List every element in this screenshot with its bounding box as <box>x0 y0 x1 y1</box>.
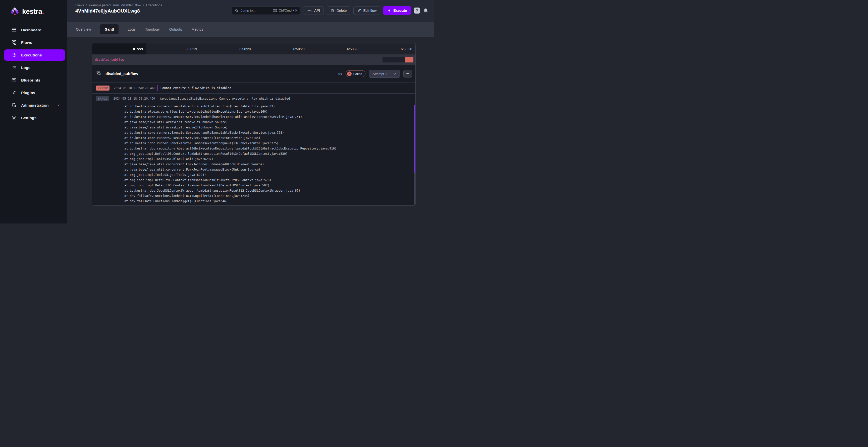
timeline-tick: 6:50:20 <box>362 43 415 55</box>
task-name: disabled_subflow <box>105 71 138 76</box>
stack-trace-line: at io.kestra.core.runners.ExecutorServic… <box>124 130 411 135</box>
error-message-highlighted: Cannot execute a flow which is disabled <box>157 85 234 91</box>
stack-trace-line: at io.kestra.plugin.core.flow.Subflow.cr… <box>124 109 411 114</box>
sidebar-nav: Dashboard Flows Executions Logs <box>0 24 67 124</box>
gantt-timeline-header: 0.55s 6:50:19 6:50:20 6:50:20 6:50:20 6:… <box>92 43 415 55</box>
sidebar-item-executions[interactable]: Executions <box>4 49 65 61</box>
search-icon <box>235 8 239 12</box>
log-scrollbar-track[interactable] <box>414 105 415 205</box>
tab-gantt[interactable]: Gantt <box>100 24 119 34</box>
trace-log-row: TRACE 2024-05-18 18:50:20.460 java.lang.… <box>96 96 411 101</box>
failed-x-icon: ✕ <box>347 71 352 76</box>
stack-trace-line: at io.kestra.jdbc.runner.JdbcExecutor.la… <box>124 141 411 146</box>
chevron-right-icon <box>57 103 61 108</box>
notifications-bell-icon[interactable] <box>423 8 429 13</box>
trace-timestamp: 2024-05-18 18:50:20.460 <box>113 97 155 100</box>
sidebar-item-label: Settings <box>21 116 36 120</box>
plugins-icon <box>11 90 17 96</box>
task-more-button[interactable]: ••• <box>403 70 412 77</box>
execute-button-label: Execute <box>393 8 407 12</box>
stack-trace-line: at io.kestra.core.runners.ExecutorServic… <box>124 135 411 141</box>
stack-trace-line: at dev.failsafe.Functions.lambda$toCtxSu… <box>124 194 411 199</box>
delete-button-label: Delete <box>337 8 347 12</box>
stack-trace-line: at java.base/java.util.concurrent.ForkJo… <box>124 162 411 167</box>
breadcrumb-separator: / <box>143 3 144 7</box>
timeline-ticks: 6:50:19 6:50:20 6:50:20 6:50:20 6:50:20 <box>147 43 415 55</box>
stack-trace-line: at org.jooq.impl.DefaultDSLContext.trans… <box>124 183 411 188</box>
delete-button[interactable]: Delete <box>327 6 350 15</box>
stack-trace-line: at java.base/java.util.ArrayList.removeI… <box>124 125 411 130</box>
kestra-app: kestra. Dashboard Flows Executions <box>0 0 434 224</box>
tab-outputs[interactable]: Outputs <box>169 24 183 34</box>
keyboard-icon <box>273 8 277 12</box>
task-header-controls: 0s ✕ Failed Attempt 1 ••• <box>338 70 412 78</box>
execution-tabs: Overview Gantt Logs Topology Outputs Met… <box>67 22 434 37</box>
trace-level-badge: TRACE <box>96 96 109 101</box>
api-chip-icon: API <box>307 9 312 12</box>
search-input[interactable] <box>241 8 271 12</box>
sidebar-item-label: Executions <box>21 53 42 58</box>
stack-trace-line: at io.kestra.jdbc.JooqDSLContextWrapper.… <box>124 188 411 194</box>
status-badge: ✕ Failed <box>346 70 366 77</box>
sidebar-item-administration[interactable]: Administration <box>4 100 65 111</box>
stack-trace-line: at dev.failsafe.Functions.lambda$get$0(F… <box>124 199 411 204</box>
gantt-bar[interactable] <box>382 57 413 63</box>
sidebar-item-label: Logs <box>21 66 30 70</box>
breadcrumb-executions[interactable]: Executions <box>146 3 162 7</box>
sidebar-item-label: Blueprints <box>21 78 40 82</box>
pencil-icon <box>357 8 361 12</box>
chevron-down-icon <box>393 72 396 75</box>
tab-overview[interactable]: Overview <box>75 24 91 34</box>
gantt-task-row[interactable]: disabled_subflow <box>92 55 415 65</box>
task-logs-section: disabled_subflow 0s ✕ Failed Attempt 1 <box>92 65 415 205</box>
sidebar-item-dashboard[interactable]: Dashboard <box>4 24 65 36</box>
blueprints-icon <box>11 77 17 83</box>
sidebar-item-logs[interactable]: Logs <box>4 62 65 73</box>
timeline-tick: 6:50:19 <box>147 43 200 55</box>
task-duration: 0s <box>338 72 342 76</box>
tab-logs[interactable]: Logs <box>127 24 136 34</box>
execute-button[interactable]: Execute <box>383 6 411 15</box>
sidebar-item-settings[interactable]: Settings <box>4 112 65 124</box>
attempt-dropdown[interactable]: Attempt 1 <box>369 70 400 78</box>
stack-trace-line: at io.kestra.jdbc.repository.AbstractJdb… <box>124 146 411 151</box>
administration-shield-icon <box>11 103 17 108</box>
api-button[interactable]: API API <box>303 6 323 15</box>
subflow-icon <box>96 70 102 77</box>
sidebar-item-flows[interactable]: Flows <box>4 37 65 48</box>
gantt-panel: 0.55s 6:50:19 6:50:20 6:50:20 6:50:20 6:… <box>92 43 416 206</box>
tab-metrics[interactable]: Metrics <box>191 24 204 34</box>
stack-trace-line: at java.base/java.util.concurrent.ForkJo… <box>124 167 411 172</box>
help-icon[interactable]: ? <box>414 7 420 13</box>
error-timestamp: 2024-05-18 18:50:20.460 <box>114 86 155 90</box>
stack-trace-line: at org.jooq.impl.Tools$3.get(Tools.java:… <box>124 172 411 178</box>
stack-trace-line: at java.base/java.util.ArrayList.removeI… <box>124 119 411 125</box>
content-area: 0.55s 6:50:19 6:50:20 6:50:20 6:50:20 6:… <box>67 37 434 224</box>
top-header: Flows / example.parent_runs_disabled_flo… <box>67 0 434 22</box>
edit-flow-button[interactable]: Edit flow <box>353 6 380 15</box>
keyboard-shortcut: Ctrl/Cmd + K <box>273 8 298 12</box>
kestra-logo[interactable]: kestra. <box>0 5 67 23</box>
edit-flow-button-label: Edit flow <box>363 8 376 12</box>
sidebar-item-label: Administration <box>21 103 49 108</box>
log-scrollbar-thumb[interactable] <box>414 105 415 173</box>
stack-trace-line: at io.kestra.core.runners.ExecutorServic… <box>124 114 411 119</box>
stack-trace-line: at org.jooq.impl.Tools$3$1.block(Tools.j… <box>124 157 411 162</box>
logs-icon <box>11 65 17 70</box>
main-area: Flows / example.parent_runs_disabled_flo… <box>67 0 434 224</box>
kestra-logo-icon <box>10 8 19 15</box>
gantt-task-label[interactable]: disabled_subflow <box>95 58 124 62</box>
sidebar-item-plugins[interactable]: Plugins <box>4 87 65 98</box>
gantt-total-duration: 0.55s <box>92 43 147 55</box>
executions-icon <box>11 53 17 58</box>
sidebar-item-label: Plugins <box>21 91 35 95</box>
stack-trace-line: at org.jooq.impl.DefaultDSLContext.trans… <box>124 178 411 183</box>
jump-to-search[interactable]: Ctrl/Cmd + K <box>232 6 300 15</box>
error-log-row: ERROR 2024-05-18 18:50:20.460 Cannot exe… <box>92 82 415 94</box>
breadcrumb-flows[interactable]: Flows <box>75 3 84 7</box>
sidebar-item-blueprints[interactable]: Blueprints <box>4 74 65 86</box>
breadcrumb-flow-id[interactable]: example.parent_runs_disabled_flow <box>89 3 141 7</box>
trace-log-block: TRACE 2024-05-18 18:50:20.460 java.lang.… <box>92 94 415 205</box>
tab-topology[interactable]: Topology <box>145 24 160 34</box>
breadcrumb-separator: / <box>86 3 87 7</box>
